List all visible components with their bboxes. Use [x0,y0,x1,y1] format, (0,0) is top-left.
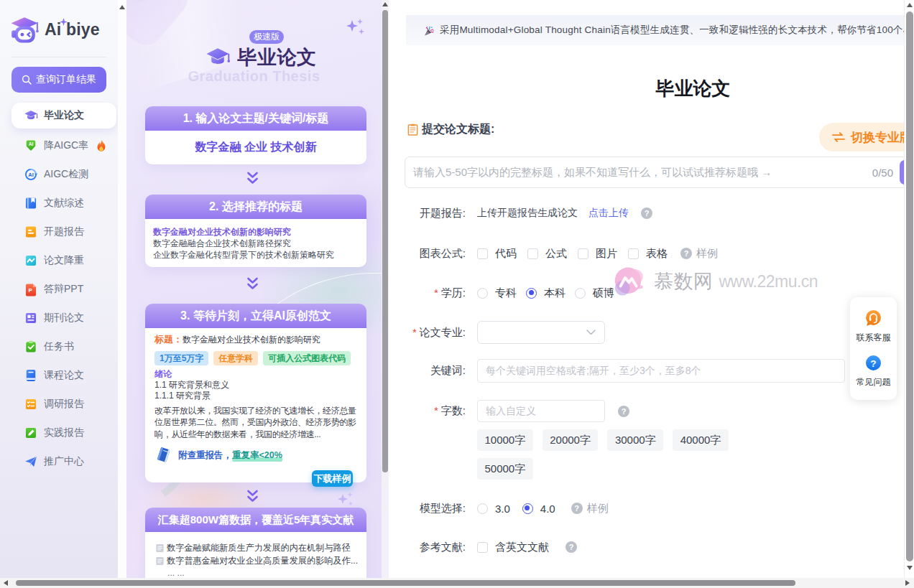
menu-item-tuiguang[interactable]: 推广中心 [0,447,118,476]
sparkles-icon [344,17,366,39]
menu-item-aigc-check[interactable]: AI AIGC检测 [0,160,118,189]
promo-scrollbar-thumb[interactable] [382,10,388,472]
wordcount-40000[interactable]: 40000字 [673,429,729,451]
help-icon[interactable]: ? [571,503,583,514]
contact-support[interactable]: 联系客服 [857,309,891,344]
question-circle-icon: ? [864,354,882,372]
sample-tags: 1万至5万字 任意学科 可插入公式图表代码 [154,351,357,365]
menu-item-biyelunwen[interactable]: 毕业论文 [11,103,116,129]
checkbox-formula-label[interactable]: 公式 [545,247,567,261]
menu-item-shijian[interactable]: 实践报告 [0,419,118,447]
wordcount-label: 字数: [441,404,466,416]
menu-item-kecheng[interactable]: 课程论文 [0,361,118,390]
wordcount-options-row: 10000字 20000字 30000字 40000字 [389,429,904,451]
menu-item-jiang-aigc[interactable]: AI 降AIGC率 [0,131,118,160]
suggested-title-2[interactable]: 数字金融融合企业技术创新路径探究 [153,238,359,249]
sample-title-label: 标题： [154,334,183,345]
scroll-up-arrow-icon[interactable] [382,2,388,6]
scroll-up-arrow-icon[interactable] [907,3,913,7]
menu-item-jiangzhong[interactable]: 论文降重 [0,246,118,275]
menu-item-qikan[interactable]: 期刊论文 [0,304,118,332]
proposal-report-icon [24,225,38,239]
data-pool-card: 汇集超800W篇数据，覆盖近5年真实文献 数字金融赋能新质生产力发展的内在机制与… [145,508,366,578]
sample-line1: 1.1 研究背景和意义 [154,380,357,391]
radio-model-40[interactable] [522,503,533,514]
checkbox-image-label[interactable]: 图片 [596,247,617,261]
checkbox-table[interactable] [628,248,639,259]
scroll-down-arrow-icon[interactable] [907,566,913,570]
wordcount-10000[interactable]: 10000字 [477,429,533,451]
charts-label: 图表公式: [389,247,466,261]
major-label: 论文专业: [420,326,466,338]
tag-formula: 可插入公式图表代码 [263,351,351,365]
switch-pro-button[interactable]: 切换专业版 [819,123,904,151]
radio-model-30[interactable] [477,503,488,514]
checkbox-table-label[interactable]: 表格 [646,247,668,261]
required-mark: * [434,404,438,416]
scroll-up-arrow-icon[interactable] [119,5,125,9]
radio-shuobo[interactable] [575,288,586,299]
checkbox-english-refs-label[interactable]: 含英文文献 [495,541,549,554]
thesis-title-input[interactable]: 请输入5-50字以内的完整标题，如果不知道写什么，可以试试推荐标题哦 → 0/5… [405,157,904,188]
suggested-title-3[interactable]: 企业数字金融化转型背景下的技术创新策略研究 [153,249,359,261]
checkbox-formula[interactable] [527,248,538,259]
wordcount-input[interactable]: 输入自定义 [477,400,605,422]
main-scrollbar-thumb[interactable] [906,11,913,561]
sample-link[interactable]: 样例 [587,502,609,515]
order-search-button[interactable]: 查询订单结果 [11,67,106,93]
menu-label: 答辩PPT [44,283,83,296]
sidebar-scrollbar[interactable] [118,0,126,578]
main-scrollbar[interactable] [904,0,914,578]
promo-header: 毕业论文 [133,45,382,70]
wordcount-50000[interactable]: 50000字 [477,458,533,480]
wordcount-20000[interactable]: 20000字 [543,429,599,451]
faq[interactable]: ? 常见问题 [857,354,891,388]
grad-cap-icon [24,108,38,123]
promo-ghost-text: Graduation Thesis [126,68,382,85]
brand-name: Ai biye [45,20,100,39]
help-icon[interactable]: ? [618,406,629,417]
menu-item-renwushu[interactable]: 任务书 [0,332,118,361]
checkbox-code[interactable] [477,248,488,259]
step1-header: 1. 输入论文主题/关键词/标题 [145,106,366,131]
search-icon [22,75,32,85]
promo-scrollbar[interactable] [382,0,389,578]
checkbox-english-refs[interactable] [477,542,488,553]
horizontal-scrollbar-thumb[interactable] [16,580,795,586]
promotion-plane-icon [24,454,38,469]
proposal-row: 开题报告: 上传开题报告生成论文 点击上传 ? [389,202,904,224]
survey-checklist-icon [24,397,38,411]
wordcount-30000[interactable]: 30000字 [607,429,663,451]
help-icon[interactable]: ? [680,248,692,259]
sample-line2: 1.1.1 研究背景 [154,391,357,402]
notice-bar: 采用Multimodal+Global Thought Chain语言模型生成连… [406,15,904,45]
scroll-left-arrow-icon[interactable] [4,580,8,586]
radio-benke[interactable] [526,288,537,299]
checkbox-image[interactable] [578,248,588,259]
menu-item-kaiti[interactable]: 开题报告 [0,218,118,246]
radio-benke-label[interactable]: 本科 [544,286,566,300]
sample-link[interactable]: 样例 [696,247,718,261]
major-select[interactable] [477,321,605,344]
radio-zhuanke-label[interactable]: 专科 [495,286,517,300]
horizontal-scrollbar[interactable] [0,578,914,588]
download-sample-button[interactable]: 下载样例 [312,470,353,487]
scroll-right-arrow-icon[interactable] [905,580,910,586]
menu-item-wenxian[interactable]: 文献综述 [0,189,118,218]
menu-label: 调研报告 [44,398,84,411]
radio-model-40-label[interactable]: 4.0 [540,503,555,515]
upload-link[interactable]: 点击上传 [588,207,629,220]
switch-arrows-icon [831,132,846,142]
help-icon[interactable]: ? [641,207,652,219]
help-icon[interactable]: ? [566,541,577,553]
speed-version-badge: 极速版 [249,30,284,44]
menu-item-dabian-ppt[interactable]: P 答辩PPT [0,275,118,304]
keywords-input[interactable]: 每个关键词用空格或者;隔开，至少3个，至多8个 [477,359,845,383]
radio-zhuanke[interactable] [477,288,488,299]
suggested-title-1[interactable]: 数字金融对企业技术创新的影响研究 [153,226,359,238]
menu-item-diaoyan[interactable]: 调研报告 [0,390,118,419]
radio-model-30-label[interactable]: 3.0 [495,503,510,515]
step2-body: 数字金融对企业技术创新的影响研究 数字金融融合企业技术创新路径探究 企业数字金融… [145,219,366,267]
checkbox-code-label[interactable]: 代码 [495,247,517,261]
report-note: 附查重报告，重复率<20% [154,446,357,465]
